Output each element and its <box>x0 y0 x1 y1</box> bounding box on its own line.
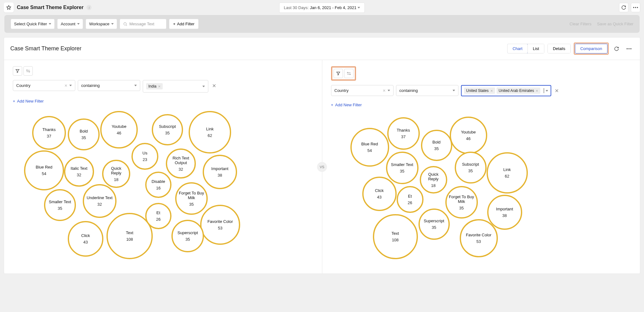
chevron-down-icon <box>202 86 205 87</box>
bubble-item[interactable]: Smaller Text35 <box>44 189 76 221</box>
bubble-item[interactable]: Quick Reply18 <box>102 160 130 188</box>
bubble-value: 108 <box>392 238 399 242</box>
bubble-label: Us <box>142 151 147 155</box>
account-filter-select[interactable]: Account <box>57 19 83 29</box>
card-refresh-button[interactable] <box>612 44 621 53</box>
bubble-item[interactable]: Youtube46 <box>100 111 138 148</box>
filter-op-select[interactable]: containing <box>396 85 458 96</box>
bubble-item[interactable]: Bold35 <box>68 118 100 150</box>
bubble-item[interactable]: Superscript35 <box>419 209 450 240</box>
bubble-value: 35 <box>189 202 194 207</box>
chevron-down-icon <box>453 90 455 91</box>
svg-marker-10 <box>336 72 340 75</box>
bubble-value: 26 <box>156 217 161 222</box>
bubble-item[interactable]: Forget To Buy Milk35 <box>445 186 478 219</box>
message-text-search[interactable]: Message Text <box>120 19 166 29</box>
bubble-value: 62 <box>208 133 212 138</box>
bubble-item[interactable]: Click43 <box>68 221 103 257</box>
bubble-item[interactable]: Smaller Text35 <box>386 152 419 184</box>
bubble-item[interactable]: Subscript35 <box>152 114 183 145</box>
filter-value-select[interactable]: India✕ <box>143 80 208 93</box>
tab-list[interactable]: List <box>528 44 544 53</box>
bubble-item[interactable]: Underline Text32 <box>83 184 116 218</box>
bubble-item[interactable]: Rich Text Output32 <box>166 148 196 179</box>
filter-button[interactable] <box>13 66 22 76</box>
tab-chart[interactable]: Chart <box>507 44 528 53</box>
filter-button[interactable] <box>334 69 343 78</box>
swap-button[interactable] <box>23 66 33 76</box>
bubble-item[interactable]: Et26 <box>397 186 424 213</box>
filter-field-select[interactable]: Country ✕ <box>13 80 75 91</box>
bubble-item[interactable]: Subscript35 <box>455 152 487 184</box>
bubble-item[interactable]: Favorite Color53 <box>460 219 498 257</box>
bubble-item[interactable]: Blue Red54 <box>24 150 64 190</box>
bubble-label: Blue Red <box>361 142 378 146</box>
more-menu-button[interactable] <box>631 3 640 12</box>
chevron-down-icon <box>69 85 72 86</box>
card-more-button[interactable] <box>624 44 634 53</box>
bubble-item[interactable]: Et26 <box>145 203 171 229</box>
plus-icon: + <box>331 103 334 107</box>
bubble-item[interactable]: Text108 <box>373 214 418 259</box>
tag-remove-icon[interactable]: ✕ <box>536 89 538 93</box>
add-new-filter-button[interactable]: + Add New Filter <box>331 103 362 107</box>
bubble-item[interactable]: Superscript35 <box>171 220 204 252</box>
refresh-icon <box>614 46 619 51</box>
bubble-item[interactable]: Quick Reply18 <box>420 166 447 194</box>
view-toggle: Chart List <box>507 44 544 53</box>
bubble-value: 35 <box>434 146 438 151</box>
bubble-item[interactable]: Blue Red54 <box>350 128 389 167</box>
clear-icon[interactable]: ✕ <box>64 83 67 88</box>
tag-remove-icon[interactable]: ✕ <box>158 85 161 88</box>
bubble-label: Smaller Text <box>391 162 413 167</box>
bubble-item[interactable]: Important38 <box>203 155 237 189</box>
bubble-value: 43 <box>83 240 88 244</box>
bubble-label: Disable <box>151 179 165 184</box>
remove-filter-button[interactable]: ✕ <box>554 88 560 94</box>
bubble-value: 53 <box>218 226 222 230</box>
bubble-item[interactable]: Italic Text32 <box>64 157 94 187</box>
swap-icon <box>347 71 351 76</box>
bubble-item[interactable]: Click43 <box>362 177 397 211</box>
quick-filter-select[interactable]: Select Quick Filter <box>11 19 55 29</box>
add-filter-button[interactable]: + Add Filter <box>169 19 198 29</box>
clear-icon[interactable]: ✕ <box>383 88 386 93</box>
add-new-filter-button[interactable]: + Add New Filter <box>13 99 44 103</box>
bubble-item[interactable]: Forget To Buy Milk35 <box>175 182 208 215</box>
save-quick-filter-button[interactable]: Save as Quick Filter <box>597 22 633 26</box>
tab-comparison[interactable]: Comparison <box>575 44 607 53</box>
svg-point-8 <box>630 48 631 49</box>
workspace-filter-select[interactable]: Workspace <box>86 19 117 29</box>
filter-field-value: Country <box>16 83 31 88</box>
filter-op-select[interactable]: containing <box>78 80 140 91</box>
bubble-item[interactable]: Link62 <box>189 111 231 153</box>
workspace-filter-label: Workspace <box>89 22 109 26</box>
bubble-label: Et <box>156 210 160 215</box>
bubble-item[interactable]: Us23 <box>131 143 158 170</box>
bubble-value: 18 <box>431 183 435 188</box>
bubble-label: Important <box>496 207 513 211</box>
bubble-item[interactable]: Favorite Color53 <box>200 205 240 245</box>
page-title: Case Smart Theme Explorer <box>17 5 83 10</box>
bubble-item[interactable]: Thanks37 <box>387 117 420 150</box>
info-icon[interactable]: i <box>87 5 92 10</box>
svg-point-4 <box>124 23 126 25</box>
favorite-star-button[interactable] <box>4 3 14 13</box>
swap-button[interactable] <box>344 69 354 78</box>
bubble-label: Text <box>392 231 399 236</box>
clear-filters-button[interactable]: Clear Filters <box>570 22 592 26</box>
bubble-value: 54 <box>367 148 372 153</box>
refresh-button[interactable] <box>619 3 628 12</box>
bubble-label: Superscript <box>177 230 198 235</box>
bubble-item[interactable]: Youtube46 <box>450 117 487 154</box>
filter-field-select[interactable]: Country ✕ <box>331 85 394 96</box>
tab-details[interactable]: Details <box>548 44 570 53</box>
date-range-picker[interactable]: Last 30 Days: Jan 6, 2021 - Feb 4, 2021 <box>279 3 365 13</box>
filter-value-select[interactable]: United States✕United Arab Emirates✕ <box>461 85 551 96</box>
bubble-item[interactable]: Link62 <box>487 152 528 194</box>
remove-filter-button[interactable]: ✕ <box>211 83 217 89</box>
tag-remove-icon[interactable]: ✕ <box>490 89 493 93</box>
bubble-item[interactable]: Bold35 <box>421 130 452 161</box>
bubble-item[interactable]: Disable16 <box>145 172 171 198</box>
bubble-item[interactable]: Thanks37 <box>32 116 66 150</box>
